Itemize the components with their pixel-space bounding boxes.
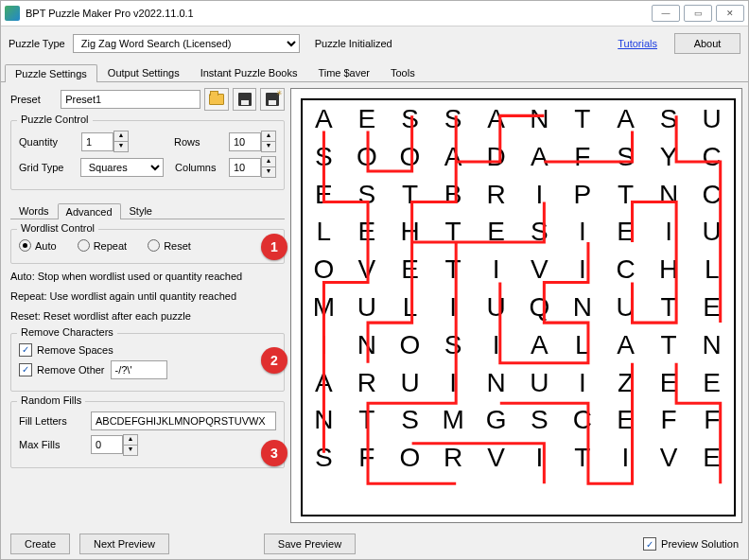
grid-cell: T [562,439,605,477]
rows-down[interactable]: ▼ [261,141,276,152]
rows-stepper[interactable]: ▲▼ [229,131,276,152]
grid-cell: A [518,138,562,176]
checkbox-icon [643,537,656,551]
grid-cell: I [562,213,605,251]
max-fills-input[interactable] [91,435,123,454]
quantity-label: Quantity [19,136,76,148]
grid-cell: T [648,289,691,326]
grid-cell [432,477,476,515]
grid-cell: P [562,176,605,214]
puzzle-preview: AESSANTASUSOOADAFSYCESTBRIPTNCLEHTESIEIU… [290,88,742,523]
grid-cell: A [518,326,562,364]
columns-up[interactable]: ▲ [261,156,276,166]
quantity-stepper[interactable]: ▲▼ [81,131,129,152]
grid-cell: E [346,100,390,138]
grid-cell: S [518,402,562,440]
grid-cell: I [562,251,605,289]
grid-cell: N [475,364,518,402]
grid-cell: U [389,364,432,402]
grid-cell: V [346,251,390,289]
quantity-up[interactable]: ▲ [113,131,129,141]
gridtype-select[interactable]: Squares [80,158,164,177]
save-preset-button[interactable] [233,88,257,111]
grid-cell: Q [518,289,562,326]
quantity-input[interactable] [81,132,113,151]
grid-cell: E [475,213,518,251]
open-preset-button[interactable] [204,88,229,111]
grid-cell: S [389,100,432,138]
grid-cell: I [432,289,476,326]
grid-cell: M [432,402,476,440]
remove-other-input[interactable] [111,360,167,379]
grid-cell: C [690,138,734,176]
save-preview-button[interactable]: Save Preview [264,534,356,554]
close-button[interactable]: ✕ [716,5,744,22]
about-button[interactable]: About [674,33,740,54]
grid-cell: B [432,176,476,214]
remove-other-checkbox[interactable]: Remove Other [19,363,105,376]
grid-cell: U [518,364,562,402]
grid-cell: E [604,402,648,440]
next-preview-button[interactable]: Next Preview [79,534,169,554]
maxfills-down[interactable]: ▼ [123,445,138,456]
tab-time-aver[interactable]: Time $aver [307,63,380,81]
subtab-words[interactable]: Words [10,202,58,219]
wordlist-radio-auto[interactable]: Auto [19,239,57,252]
puzzle-type-label: Puzzle Type [9,38,65,49]
puzzle-type-select[interactable]: Zig Zag Word Search (Licensed) [73,34,300,53]
preview-solution-checkbox[interactable]: Preview Solution [643,537,739,551]
minimize-button[interactable]: — [652,5,680,22]
preset-input[interactable] [61,90,200,109]
tab-instant-puzzle-books[interactable]: Instant Puzzle Books [190,63,308,81]
rows-label: Rows [174,136,223,148]
preset-row: Preset [10,88,285,111]
columns-stepper[interactable]: ▲▼ [229,156,276,178]
radio-icon [19,239,31,252]
create-button[interactable]: Create [10,534,70,554]
grid-cell: I [475,326,518,364]
grid-cell: F [346,439,390,477]
tab-tools[interactable]: Tools [380,63,426,81]
grid-cell: S [604,138,648,176]
grid-cell: V [518,251,562,289]
grid-cell: I [604,439,648,477]
grid-cell: T [562,100,605,138]
grid-cell: S [518,213,562,251]
wordlist-radio-repeat[interactable]: Repeat [78,239,127,252]
fill-letters-input[interactable] [91,411,276,430]
checkbox-icon [19,363,32,376]
body: Preset Puzzle Control Quantity ▲▼ Rows [1,82,748,529]
max-fills-stepper[interactable]: ▲▼ [91,434,138,456]
grid-cell: T [389,176,432,214]
maximize-button[interactable]: ▭ [684,5,712,22]
columns-input[interactable] [229,158,261,177]
rows-input[interactable] [229,132,261,151]
tab-puzzle-settings[interactable]: Puzzle Settings [5,64,97,82]
quantity-down[interactable]: ▼ [113,141,129,152]
grid-cell: A [303,364,346,402]
subtab-style[interactable]: Style [121,202,161,219]
save-as-icon [266,93,279,106]
save-preset-as-button[interactable] [260,88,285,111]
rows-up[interactable]: ▲ [261,131,276,141]
wordlist-radio-reset[interactable]: Reset [148,239,191,252]
remove-spaces-checkbox[interactable]: Remove Spaces [19,343,113,357]
grid-cell: L [389,289,432,326]
maxfills-up[interactable]: ▲ [123,434,138,445]
app-icon [5,6,20,21]
remove-chars-legend: Remove Characters [17,326,117,338]
grid-cell: O [389,326,432,364]
callout-3: 3 [261,440,287,466]
tutorials-link[interactable]: Tutorials [618,38,657,49]
grid-cell: A [604,326,648,364]
grid-cell: L [562,326,605,364]
columns-down[interactable]: ▼ [261,166,276,178]
checkbox-icon [19,343,32,357]
grid-cell [475,477,518,515]
subtab-advanced[interactable]: Advanced [58,203,121,219]
radio-icon [78,239,90,252]
grid-cell: R [475,176,518,214]
grid-cell: I [648,213,691,251]
tab-output-settings[interactable]: Output Settings [97,63,190,81]
grid-cell: T [648,326,691,364]
